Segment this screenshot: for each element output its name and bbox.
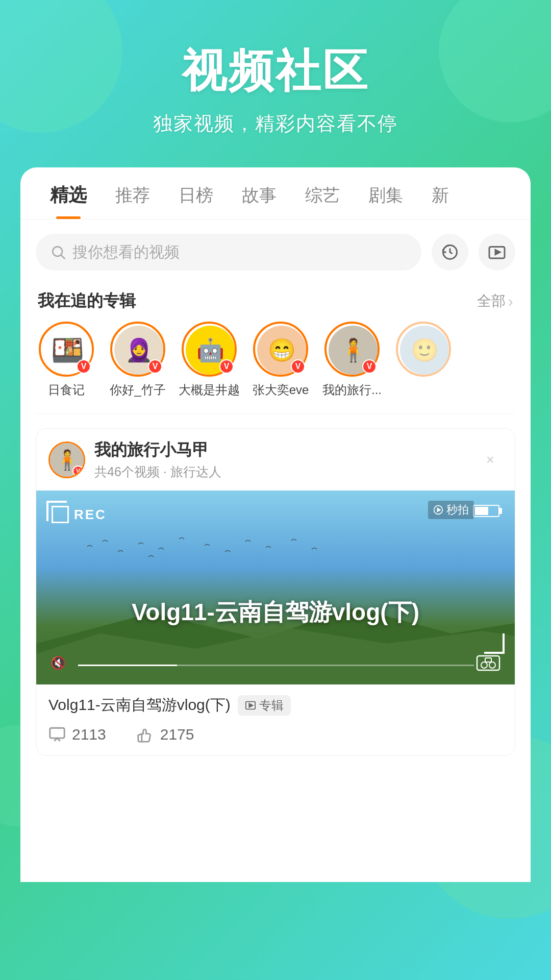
tab-series[interactable]: 剧集 xyxy=(354,184,417,218)
svg-marker-4 xyxy=(495,250,500,255)
avatar-label: 张大奕eve xyxy=(247,382,314,398)
history-icon xyxy=(441,243,459,261)
battery-tip xyxy=(499,508,502,514)
play-circle-icon xyxy=(433,505,443,515)
svg-point-0 xyxy=(53,247,62,256)
divider xyxy=(36,413,515,414)
close-icon: × xyxy=(486,452,494,468)
svg-marker-6 xyxy=(437,508,440,512)
search-row: 搜你想看的视频 xyxy=(20,219,531,285)
avatar: 🙂 xyxy=(400,326,449,375)
more-label: 全部 xyxy=(477,291,506,311)
verified-badge: V xyxy=(219,359,234,374)
chevron-right-icon: › xyxy=(508,292,513,311)
avatar-label: 日食记 xyxy=(33,382,99,398)
battery-indicator xyxy=(473,505,499,517)
featured-verified-badge: V xyxy=(72,465,84,477)
mute-control[interactable]: 🔇 xyxy=(51,656,66,670)
verified-badge: V xyxy=(77,359,91,374)
svg-rect-12 xyxy=(485,658,491,662)
comment-icon xyxy=(48,726,66,743)
like-stat: 2175 xyxy=(137,726,194,743)
verified-badge: V xyxy=(148,359,162,374)
page-title: 视频社区 xyxy=(0,41,551,102)
progress-bar[interactable] xyxy=(78,665,474,666)
avatar-label: 我的旅行... xyxy=(319,382,385,398)
search-box[interactable]: 搜你想看的视频 xyxy=(36,234,421,271)
list-item[interactable]: 🙂 xyxy=(388,322,459,398)
video-title: Volg11-云南自驾游vlog(下) xyxy=(36,597,515,628)
list-item[interactable]: 🤖 V 大概是井越 xyxy=(173,322,245,398)
rec-text: REC xyxy=(74,507,107,523)
tab-story[interactable]: 故事 xyxy=(228,184,291,218)
video-tag-label: 专辑 xyxy=(259,697,284,714)
comment-count: 2113 xyxy=(72,726,106,743)
nav-tabs: 精选 推荐 日榜 故事 综艺 剧集 新 xyxy=(20,167,531,219)
battery-icon xyxy=(473,505,499,517)
featured-meta: 共46个视频 · 旅行达人 xyxy=(94,463,469,480)
avatar-ring: 🧍 V xyxy=(324,322,380,377)
avatar-ring: 🧕 V xyxy=(110,322,165,377)
featured-info: 我的旅行小马甲 共46个视频 · 旅行达人 xyxy=(94,439,469,480)
video-folder-button[interactable] xyxy=(479,234,515,271)
frame-corner-tl xyxy=(46,501,67,521)
video-thumbnail[interactable]: REC 秒拍 xyxy=(36,491,515,684)
search-placeholder: 搜你想看的视频 xyxy=(72,242,180,263)
featured-header: 🧍 V 我的旅行小马甲 共46个视频 · 旅行达人 × xyxy=(36,429,515,491)
vhs-svg xyxy=(476,654,500,672)
tab-new[interactable]: 新 xyxy=(417,184,463,218)
video-tag: 专辑 xyxy=(238,695,291,716)
svg-point-10 xyxy=(481,662,487,668)
like-count: 2175 xyxy=(160,726,194,743)
video-folder-icon xyxy=(488,243,506,261)
page-subtitle: 独家视频，精彩内容看不停 xyxy=(0,111,551,137)
featured-card: 🧍 V 我的旅行小马甲 共46个视频 · 旅行达人 × REC xyxy=(36,428,515,756)
like-icon xyxy=(137,726,154,743)
featured-name: 我的旅行小马甲 xyxy=(94,439,469,461)
close-button[interactable]: × xyxy=(478,448,503,472)
watermark-content: 秒拍 xyxy=(428,501,474,519)
tab-ranking[interactable]: 日榜 xyxy=(164,184,228,218)
search-icon xyxy=(50,244,66,260)
tab-variety[interactable]: 综艺 xyxy=(291,184,354,218)
list-item[interactable]: 🍱 V 日食记 xyxy=(31,322,102,398)
watermark: 秒拍 xyxy=(428,501,474,519)
avatar-ring: 🙂 xyxy=(396,322,451,377)
svg-line-1 xyxy=(61,255,65,259)
avatar-label: 大概是井越 xyxy=(176,382,242,398)
tab-featured[interactable]: 精选 xyxy=(36,183,101,219)
video-info-title: Volg11-云南自驾游vlog(下) xyxy=(48,695,231,716)
play-small-icon xyxy=(245,700,256,711)
list-item[interactable]: 😁 V 张大奕eve xyxy=(245,322,316,398)
vhs-icon xyxy=(476,654,500,674)
history-button[interactable] xyxy=(432,234,468,271)
stats-row: 2113 2175 xyxy=(36,720,515,755)
featured-avatar: 🧍 V xyxy=(48,442,85,478)
svg-rect-15 xyxy=(50,728,64,738)
mute-icon: 🔇 xyxy=(51,656,66,670)
svg-point-11 xyxy=(489,662,495,668)
list-item[interactable]: 🧍 V 我的旅行... xyxy=(316,322,388,398)
battery-fill xyxy=(475,507,488,515)
progress-fill xyxy=(78,665,177,666)
header: 视频社区 独家视频，精彩内容看不停 xyxy=(0,0,551,167)
avatar-ring: 😁 V xyxy=(253,322,308,377)
verified-badge: V xyxy=(362,359,377,374)
verified-badge: V xyxy=(291,359,305,374)
list-item[interactable]: 🧕 V 你好_竹子 xyxy=(102,322,173,398)
following-section-title: 我在追的专辑 xyxy=(38,290,136,312)
main-card: 精选 推荐 日榜 故事 综艺 剧集 新 搜你想看的视频 xyxy=(20,167,531,882)
svg-marker-8 xyxy=(36,628,515,684)
avatar-label: 你好_竹子 xyxy=(105,382,171,398)
following-list: 🍱 V 日食记 🧕 V 你好_竹子 🤖 V 大概是 xyxy=(20,322,531,413)
following-section-more[interactable]: 全部 › xyxy=(477,291,513,311)
following-section-header: 我在追的专辑 全部 › xyxy=(20,285,531,322)
avatar-ring: 🤖 V xyxy=(182,322,237,377)
svg-marker-14 xyxy=(249,703,253,707)
video-info-row: Volg11-云南自驾游vlog(下) 专辑 xyxy=(36,684,515,720)
birds-decoration xyxy=(77,531,332,572)
comment-stat: 2113 xyxy=(48,726,106,743)
avatar-ring: 🍱 V xyxy=(39,322,94,377)
frame-corner-br xyxy=(484,633,505,654)
tab-recommend[interactable]: 推荐 xyxy=(101,184,164,218)
